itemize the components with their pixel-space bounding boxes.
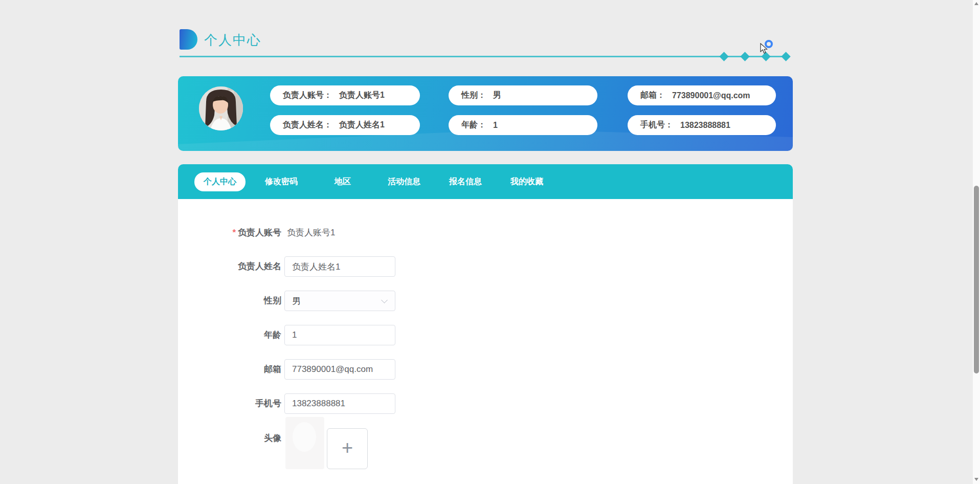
summary-field-value: 负责人姓名1 xyxy=(339,120,385,130)
page-title-icon xyxy=(180,29,197,50)
avatar-label: 头像 xyxy=(198,432,281,445)
required-asterisk: * xyxy=(232,228,236,237)
summary-field-value: 13823888881 xyxy=(680,121,730,130)
scrollbar-down-arrow[interactable] xyxy=(974,478,978,481)
summary-field-label: 性别： xyxy=(461,90,486,101)
summary-field-label: 手机号： xyxy=(640,120,673,130)
summary-field-gender: 性别： 男 xyxy=(449,85,597,105)
tab-label: 报名信息 xyxy=(449,177,482,187)
tab-label: 我的收藏 xyxy=(510,177,543,187)
active-tab-pill: 个人中心 xyxy=(194,172,246,191)
profile-summary-card: 负责人账号： 负责人账号1 负责人姓名： 负责人姓名1 性别： 男 年龄： 1 … xyxy=(178,76,793,151)
summary-field-value: 负责人账号1 xyxy=(339,90,385,101)
mouse-cursor-icon xyxy=(760,43,768,54)
phone-input[interactable] xyxy=(284,393,395,414)
diamond-decoration xyxy=(781,52,790,61)
age-label: 年龄 xyxy=(198,329,281,341)
tab-registration-info[interactable]: 报名信息 xyxy=(435,164,496,199)
chevron-down-icon xyxy=(381,297,388,303)
summary-field-email: 邮箱： 773890001@qq.com xyxy=(628,85,776,105)
gender-label: 性别 xyxy=(198,295,281,307)
summary-field-account: 负责人账号： 负责人账号1 xyxy=(270,85,420,105)
summary-field-age: 年龄： 1 xyxy=(449,115,597,135)
email-input[interactable] xyxy=(284,359,395,380)
summary-field-name: 负责人姓名： 负责人姓名1 xyxy=(270,115,420,135)
summary-field-label: 邮箱： xyxy=(640,90,665,101)
tab-label: 活动信息 xyxy=(388,177,420,187)
tab-activity-info[interactable]: 活动信息 xyxy=(373,164,435,199)
scrollbar-up-arrow[interactable] xyxy=(974,2,978,5)
tab-label: 地区 xyxy=(335,177,351,187)
account-value: 负责人账号1 xyxy=(287,227,335,239)
gender-select-value: 男 xyxy=(292,295,301,307)
page-title: 个人中心 xyxy=(204,31,261,49)
tab-my-favorites[interactable]: 我的收藏 xyxy=(496,164,558,199)
summary-field-phone: 手机号： 13823888881 xyxy=(628,115,776,135)
summary-field-value: 1 xyxy=(493,121,498,130)
tab-bar: 个人中心 修改密码 地区 活动信息 报名信息 我的收藏 xyxy=(178,164,793,199)
diamond-decoration xyxy=(740,52,749,61)
header-divider xyxy=(180,56,789,57)
tab-label: 个人中心 xyxy=(204,177,236,186)
main-content-card: 个人中心 修改密码 地区 活动信息 报名信息 我的收藏 *负责人账号 负责人账号… xyxy=(178,164,793,484)
tab-region[interactable]: 地区 xyxy=(312,164,373,199)
name-label: 负责人姓名 xyxy=(198,260,281,273)
scrollbar-track[interactable] xyxy=(973,0,980,484)
diamond-decoration xyxy=(719,52,728,61)
summary-field-value: 773890001@qq.com xyxy=(672,91,750,100)
email-label: 邮箱 xyxy=(198,363,281,376)
summary-field-label: 年龄： xyxy=(461,120,486,130)
summary-field-value: 男 xyxy=(493,90,501,101)
tab-personal-center[interactable]: 个人中心 xyxy=(189,164,251,199)
tab-label: 修改密码 xyxy=(265,177,298,187)
avatar-upload-button[interactable]: + xyxy=(327,428,368,469)
scrollbar-thumb[interactable] xyxy=(974,186,979,373)
age-input[interactable] xyxy=(284,325,395,345)
avatar xyxy=(199,86,243,130)
avatar-watermark xyxy=(285,417,324,469)
summary-field-label: 负责人账号： xyxy=(283,90,332,101)
account-label: *负责人账号 xyxy=(198,227,281,239)
name-input[interactable] xyxy=(284,256,395,277)
phone-label: 手机号 xyxy=(198,398,281,410)
plus-icon: + xyxy=(342,438,353,457)
tab-change-password[interactable]: 修改密码 xyxy=(251,164,312,199)
summary-field-label: 负责人姓名： xyxy=(283,120,332,130)
gender-select[interactable]: 男 xyxy=(284,291,395,311)
